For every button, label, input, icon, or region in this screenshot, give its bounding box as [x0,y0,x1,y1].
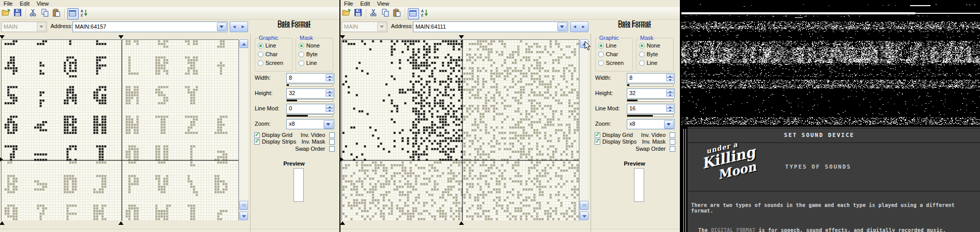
zoom-dropdown-button[interactable] [324,120,333,129]
scrollbar-thumb[interactable] [580,201,589,210]
source-combo[interactable]: MAIN [1,21,47,32]
strip-marker-icon[interactable] [340,35,345,39]
width-slider[interactable] [627,84,674,86]
height-input[interactable]: 32 [627,88,675,99]
copy-button[interactable] [40,8,51,18]
height-slider[interactable] [286,99,333,102]
open-button[interactable] [2,8,12,18]
copy-icon [381,12,390,18]
sort-button[interactable]: AZ [80,8,90,18]
inv-mask-checkbox[interactable]: Inv. Mask [301,139,336,146]
display-strips-checkbox[interactable]: Display Strips [595,139,641,146]
save-button[interactable] [354,8,364,18]
linemod-label: Line Mod: [595,105,620,111]
cut-button[interactable] [369,8,379,18]
checkbox-label: Inv. Mask [301,138,325,145]
cut-button[interactable] [29,8,39,18]
row-marker-icon[interactable] [340,157,344,161]
preview-box [293,168,304,202]
checkbox-icon [329,139,335,145]
pixel-canvas[interactable] [2,40,238,221]
address-input[interactable]: MAIN:64157 [72,21,228,32]
width-spinner[interactable] [666,74,674,81]
zoom-dropdown-button[interactable] [664,120,674,129]
inv-mask-checkbox[interactable]: Inv. Mask [641,139,677,146]
footer-text: is for speech, sound effects, and digita… [755,227,946,232]
data-view-toggle-button[interactable] [67,8,79,19]
spin-down-icon[interactable] [326,78,333,81]
spin-up-icon[interactable] [326,74,333,78]
swap-order-checkbox[interactable]: Swap Order [291,146,336,153]
strip-marker-icon[interactable] [118,35,124,39]
scrollbar-thumb[interactable] [239,201,248,210]
height-spinner[interactable] [666,89,674,97]
data-view-toggle-button[interactable] [408,8,419,19]
width-slider[interactable] [286,84,333,86]
width-input[interactable]: 8 [627,73,675,83]
address-input[interactable]: MAIN:64111 [413,21,568,32]
spin-down-icon[interactable] [326,108,333,112]
menu-edit[interactable]: Edit [357,0,374,7]
radio-icon [258,60,263,66]
copy-button[interactable] [381,8,391,18]
sort-button[interactable]: AZ [420,8,430,18]
height-spinner[interactable] [326,89,333,97]
linemod-slider[interactable] [286,114,333,117]
strip-marker-icon[interactable] [0,35,5,39]
scroll-up-button[interactable] [239,39,248,48]
scroll-down-button[interactable] [580,212,589,220]
address-dropdown-button[interactable] [557,22,567,31]
paste-button[interactable] [393,8,403,18]
vertical-scrollbar[interactable] [239,39,248,221]
vertical-scrollbar[interactable] [580,39,589,221]
spin-up-icon[interactable] [666,89,674,93]
spin-down-icon[interactable] [326,93,333,97]
spin-down-icon[interactable] [666,78,674,81]
spin-down-icon[interactable] [666,108,674,112]
game-screen: SET SOUND DEVICE under a Killing Moon TY… [688,127,980,232]
strip-marker-icon[interactable] [459,221,464,225]
spin-down-icon[interactable] [666,93,674,97]
checkbox-icon [254,139,260,145]
strip-marker-icon[interactable] [340,221,345,225]
spin-up-icon[interactable] [326,105,333,108]
toolbar-separator [405,9,406,18]
row-marker-icon[interactable] [0,157,3,161]
paste-button[interactable] [52,8,62,18]
menu-edit[interactable]: Edit [16,0,33,7]
scroll-down-button[interactable] [239,212,248,220]
address-dropdown-button[interactable] [217,22,227,31]
zoom-select[interactable]: x8 [627,119,675,129]
strip-marker-icon[interactable] [459,35,464,39]
linemod-input[interactable]: 0 [286,104,334,114]
source-combo[interactable]: MAIN [341,21,387,32]
height-slider[interactable] [627,99,674,102]
spin-up-icon[interactable] [666,105,674,108]
strip-marker-icon[interactable] [0,221,5,225]
menu-view[interactable]: View [33,0,53,7]
spin-up-icon[interactable] [666,74,674,78]
strip-marker-icon[interactable] [118,221,124,225]
pixel-canvas[interactable] [342,40,579,221]
height-input[interactable]: 32 [286,88,334,99]
back-button[interactable]: ◂ [230,22,238,32]
menu-view[interactable]: View [374,0,393,7]
menu-file[interactable]: File [340,0,357,7]
zoom-select[interactable]: x8 [286,119,334,129]
swap-order-checkbox[interactable]: Swap Order [632,146,677,153]
forward-button[interactable]: ▸ [239,22,247,32]
display-strips-checkbox[interactable]: Display Strips [254,139,300,146]
linemod-spinner[interactable] [666,105,674,112]
width-input[interactable]: 8 [286,73,334,83]
forward-button[interactable]: ▸ [579,22,587,32]
linemod-input[interactable]: 16 [627,104,675,114]
menu-file[interactable]: File [0,0,16,7]
open-button[interactable] [342,8,352,18]
spin-up-icon[interactable] [326,89,333,93]
width-spinner[interactable] [326,74,333,81]
linemod-slider[interactable] [627,114,674,117]
save-button[interactable] [13,8,23,18]
back-button[interactable]: ◂ [571,22,579,32]
radio-label: None [306,42,320,49]
linemod-spinner[interactable] [326,105,333,112]
